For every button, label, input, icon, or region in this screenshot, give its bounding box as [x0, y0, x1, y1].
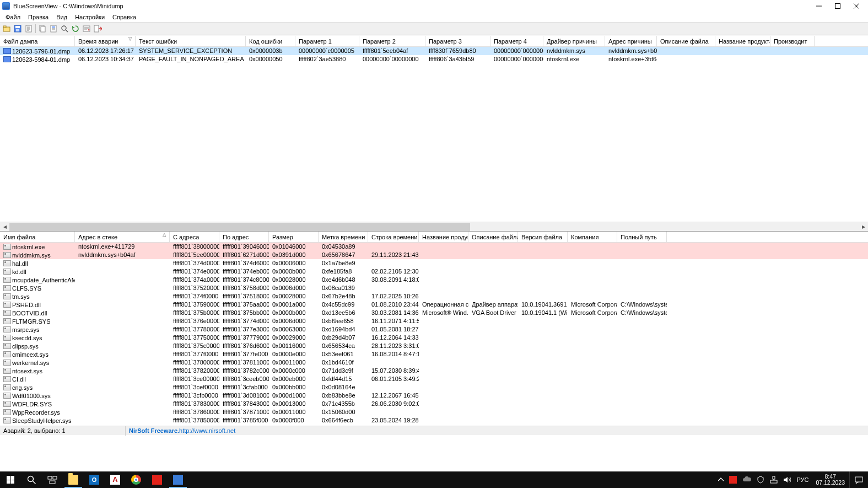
dump-rows[interactable]: 120623-5796-01.dmp06.12.2023 17:26:17SYS… — [0, 47, 868, 222]
table-row[interactable]: tm.sysfffff801`374f0000fffff801`37518000… — [0, 292, 868, 301]
tray-network[interactable] — [767, 471, 780, 488]
table-row[interactable]: msrpc.sysfffff801`37780000fffff801`377e3… — [0, 325, 868, 334]
start-button[interactable] — [0, 471, 21, 488]
table-row[interactable]: FLTMGR.SYSfffff801`376e0000fffff801`3774… — [0, 317, 868, 325]
table-row[interactable]: 120623-5984-01.dmp06.12.2023 10:34:37PAG… — [0, 55, 868, 63]
column-header[interactable]: Код ошибки — [246, 36, 295, 47]
column-header[interactable]: Полный путь — [617, 232, 667, 243]
menu-file[interactable]: Файл — [2, 13, 24, 21]
column-header[interactable]: Метка времени — [319, 232, 368, 243]
column-header[interactable]: С адреса — [170, 232, 219, 243]
close-button[interactable] — [847, 0, 866, 12]
table-row[interactable]: CI.dllfffff801`3ce00000fffff801`3ceeb000… — [0, 375, 868, 383]
column-header[interactable]: Компания — [568, 232, 617, 243]
column-header[interactable]: Название продукта — [715, 36, 770, 47]
table-row[interactable]: Wdf01000.sysfffff801`3cfb0000fffff801`3d… — [0, 392, 868, 400]
column-header[interactable]: Производит — [770, 36, 815, 47]
table-row[interactable]: PSHED.dllfffff801`37590000fffff801`375aa… — [0, 301, 868, 309]
scroll-right-icon[interactable]: ▶ — [859, 222, 868, 232]
tb-open-icon[interactable] — [2, 24, 12, 34]
column-header[interactable]: Имя файла — [0, 232, 75, 243]
tray-language[interactable]: РУС — [794, 471, 811, 488]
tb-options-icon[interactable] — [82, 24, 91, 34]
table-row[interactable]: SleepStudyHelper.sysfffff801`37850000fff… — [0, 416, 868, 425]
minimize-button[interactable] — [810, 0, 828, 12]
table-row[interactable]: werkernel.sysfffff801`37800000fffff801`3… — [0, 358, 868, 367]
driver-file-icon — [3, 310, 11, 316]
top-hscrollbar[interactable]: ◀ ▶ — [0, 222, 868, 231]
table-cell — [468, 325, 518, 334]
table-row[interactable]: ksecdd.sysfffff801`37750000fffff801`3777… — [0, 334, 868, 342]
menu-view[interactable]: Вид — [53, 13, 71, 21]
column-header[interactable]: По адрес — [219, 232, 269, 243]
table-row[interactable]: WppRecorder.sysfffff801`37860000fffff801… — [0, 408, 868, 416]
taskbar-anydesk[interactable] — [147, 471, 168, 488]
column-header[interactable]: Адрес причины — [605, 36, 657, 47]
tray-notifications[interactable] — [849, 471, 868, 488]
table-row[interactable]: ntosext.sysfffff801`37820000fffff801`378… — [0, 367, 868, 375]
column-header[interactable]: Параметр 3 — [425, 36, 490, 47]
tray-volume[interactable] — [780, 471, 794, 488]
tb-refresh-icon[interactable] — [71, 24, 80, 34]
column-header[interactable]: Размер — [269, 232, 319, 243]
table-cell — [617, 267, 667, 276]
status-link[interactable]: NirSoft Freeware. http://www.nirsoft.net — [126, 426, 868, 436]
table-row[interactable]: kd.dllfffff801`374e0000fffff801`374eb000… — [0, 267, 868, 276]
taskbar-outlook[interactable]: O — [84, 471, 105, 488]
table-row[interactable]: 120623-5796-01.dmp06.12.2023 17:26:17SYS… — [0, 47, 868, 55]
column-header[interactable]: Строка времени — [368, 232, 419, 243]
column-header[interactable]: Текст ошибки — [136, 36, 246, 47]
column-header[interactable]: Файл дампа — [0, 36, 75, 47]
search-button[interactable] — [21, 471, 42, 488]
table-cell: CLFS.SYS — [0, 284, 75, 292]
menu-help[interactable]: Справка — [109, 13, 139, 21]
task-view-button[interactable] — [42, 471, 63, 488]
menu-options[interactable]: Настройки — [72, 13, 108, 21]
tray-clock[interactable]: 8:47 07.12.2023 — [811, 471, 849, 488]
column-header[interactable]: Драйвер причины — [543, 36, 605, 47]
taskbar-chrome[interactable] — [126, 471, 147, 488]
menu-edit[interactable]: Правка — [25, 13, 52, 21]
scroll-left-icon[interactable]: ◀ — [0, 222, 9, 232]
table-cell — [518, 416, 568, 425]
tray-app-icon[interactable] — [726, 471, 740, 488]
table-row[interactable]: clipsp.sysfffff801`375c0000fffff801`376d… — [0, 342, 868, 350]
column-header[interactable]: Описание файла — [657, 36, 715, 47]
taskbar-bluescreenview[interactable] — [168, 471, 188, 488]
column-header[interactable]: Описание файла — [468, 232, 518, 243]
driver-rows[interactable]: ntoskrnl.exentoskrnl.exe+411729fffff801`… — [0, 243, 868, 426]
table-row[interactable]: CLFS.SYSfffff801`37520000fffff801`3758d0… — [0, 284, 868, 292]
maximize-button[interactable] — [828, 0, 847, 12]
table-cell: fffff801`374d6000 — [219, 259, 269, 267]
column-header[interactable]: Версия файла — [518, 232, 568, 243]
column-header[interactable]: Время аварии▽ — [75, 36, 136, 47]
dump-columns: Файл дампаВремя аварии▽Текст ошибкиКод о… — [0, 36, 868, 47]
tb-exit-icon[interactable] — [93, 24, 103, 34]
tb-find-icon[interactable] — [60, 24, 69, 34]
column-header[interactable]: Адрес в стеке△ — [75, 232, 170, 243]
tray-security[interactable] — [754, 471, 767, 488]
table-row[interactable]: acpiex.sysfffff801`3d090000fffff801`3d0b… — [0, 425, 868, 426]
taskbar-explorer[interactable] — [63, 471, 84, 488]
column-header[interactable]: Параметр 2 — [359, 36, 425, 47]
table-row[interactable]: BOOTVID.dllfffff801`375b0000fffff801`375… — [0, 309, 868, 317]
column-header[interactable]: Параметр 1 — [295, 36, 359, 47]
tb-properties-icon[interactable] — [48, 24, 58, 34]
taskbar-autocad[interactable]: A — [105, 471, 126, 488]
column-header[interactable]: Название продукта — [419, 232, 468, 243]
tb-copy-icon[interactable] — [37, 24, 47, 34]
tb-save-icon[interactable] — [13, 24, 23, 34]
table-row[interactable]: nvlddmkm.sysnvlddmkm.sys+b04affffff801`5… — [0, 251, 868, 259]
column-header[interactable]: Параметр 4 — [490, 36, 543, 47]
scroll-thumb[interactable] — [9, 223, 470, 231]
table-cell — [617, 375, 667, 383]
tray-onedrive[interactable] — [740, 471, 754, 488]
table-row[interactable]: ntoskrnl.exentoskrnl.exe+411729fffff801`… — [0, 243, 868, 251]
table-row[interactable]: cng.sysfffff801`3cef0000fffff801`3cfab00… — [0, 383, 868, 392]
table-row[interactable]: cmimcext.sysfffff801`377f0000fffff801`37… — [0, 350, 868, 358]
tb-report-icon[interactable] — [24, 24, 34, 34]
table-row[interactable]: WDFLDR.SYSfffff801`37830000fffff801`3784… — [0, 400, 868, 408]
tray-overflow[interactable] — [715, 471, 726, 488]
table-row[interactable]: hal.dllfffff801`374d0000fffff801`374d600… — [0, 259, 868, 267]
table-row[interactable]: mcupdate_AuthenticAMD.dllfffff801`374a00… — [0, 276, 868, 284]
